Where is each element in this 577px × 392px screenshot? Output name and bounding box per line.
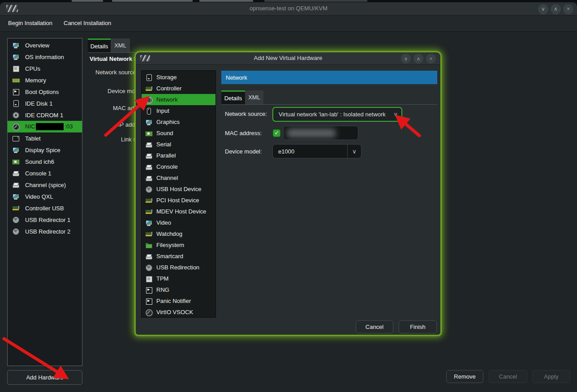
check-icon: ✓	[274, 130, 279, 136]
tab-details[interactable]: Details	[88, 38, 111, 52]
mac-address-input[interactable]	[283, 126, 358, 140]
sidebar-item-memory[interactable]: Memory	[8, 74, 82, 86]
sidebar-item-channel-spice[interactable]: Channel (spice)	[8, 179, 82, 191]
hw-type-usb-host-device[interactable]: USB Host Device	[142, 183, 215, 195]
remove-button[interactable]: Remove	[446, 370, 483, 383]
sidebar-item-cpus[interactable]: CPUs	[8, 63, 82, 74]
sliver-fragment	[264, 0, 367, 2]
sidebar-item-sound-ich6[interactable]: Sound ich6	[8, 156, 82, 167]
hw-type-virtio-vsock[interactable]: VirtIO VSOCK	[142, 307, 215, 318]
hw-type-pci-host-device[interactable]: PCI Host Device	[142, 195, 215, 206]
monitor-icon	[12, 193, 19, 200]
close-icon[interactable]: ×	[563, 4, 573, 14]
serial-device-icon	[145, 253, 152, 260]
sidebar-item-ide-disk-1[interactable]: IDE Disk 1	[8, 98, 82, 109]
hw-type-serial[interactable]: Serial	[142, 139, 215, 150]
begin-installation-button[interactable]: Begin Installation	[8, 20, 52, 26]
chevron-up-icon[interactable]: ∧	[413, 54, 423, 64]
hw-type-channel[interactable]: Channel	[142, 172, 215, 183]
sidebar-item-controller-usb[interactable]: Controller USB	[8, 202, 82, 214]
serial-device-icon	[145, 141, 152, 148]
input-device-icon	[145, 107, 152, 115]
sidebar-item-console-1[interactable]: Console 1	[8, 167, 82, 179]
serial-device-icon	[12, 170, 19, 177]
sidebar-item-tablet[interactable]: Tablet	[8, 132, 82, 144]
mac-address-checkbox[interactable]: ✓	[273, 129, 280, 137]
add-hardware-button[interactable]: Add Hardware	[7, 370, 82, 385]
sidebar-item-os-information[interactable]: OS information	[8, 51, 82, 63]
usb-icon	[12, 216, 19, 223]
main-toolbar: Begin Installation Cancel Installation	[0, 16, 577, 32]
chevron-down-icon[interactable]: ∨	[538, 4, 548, 14]
monitor-icon	[12, 42, 19, 49]
section-header-network: Network	[221, 71, 437, 84]
sliver-fragment	[199, 0, 253, 2]
dialog-tab-separator	[221, 104, 437, 105]
cancel-installation-button[interactable]: Cancel Installation	[64, 20, 111, 26]
hw-type-input[interactable]: Input	[142, 105, 215, 116]
mac-address-label: MAC address:	[225, 130, 262, 136]
pci-card-icon	[12, 205, 19, 212]
chevron-up-icon[interactable]: ∧	[551, 4, 561, 14]
sidebar-item-usb-redirector-2[interactable]: USB Redirector 2	[8, 226, 82, 237]
boot-icon	[145, 298, 152, 305]
usb-icon	[12, 228, 19, 235]
dialog-titlebar[interactable]: Add New Virtual Hardware ∨ ∧ ×	[136, 52, 440, 65]
monitor-icon	[145, 219, 152, 226]
main-titlebar[interactable]: opnsense-test on QEMU/KVM ∨ ∧ ×	[0, 2, 577, 16]
cancel-button[interactable]: Cancel	[489, 370, 527, 383]
hw-type-mdev-host-device[interactable]: MDEV Host Device	[142, 206, 215, 217]
hw-type-rng[interactable]: RNG	[142, 284, 215, 295]
close-icon[interactable]: ×	[426, 54, 436, 64]
hw-type-smartcard[interactable]: Smartcard	[142, 251, 215, 262]
dialog-tab-xml[interactable]: XML	[245, 90, 263, 104]
dialog-title: Add New Virtual Hardware	[136, 55, 440, 61]
pci-card-icon	[145, 197, 152, 204]
hw-type-parallel[interactable]: Parallel	[142, 150, 215, 161]
hw-type-network-selected[interactable]: Network	[142, 94, 215, 105]
hw-type-console[interactable]: Console	[142, 161, 215, 172]
hw-type-filesystem[interactable]: Filesystem	[142, 239, 215, 251]
network-source-label: Network source:	[225, 111, 267, 117]
hw-type-panic-notifier[interactable]: Panic Notifier	[142, 295, 215, 307]
hw-type-sound[interactable]: Sound	[142, 128, 215, 139]
hw-type-storage[interactable]: Storage	[142, 72, 215, 83]
sidebar-item-ide-cdrom-1[interactable]: IDE CDROM 1	[8, 109, 82, 121]
chip-icon	[145, 275, 152, 282]
network-source-dropdown[interactable]: Virtual network 'lan-lab' : Isolated net…	[272, 107, 402, 122]
add-hardware-dialog: Add New Virtual Hardware ∨ ∧ × Storage C…	[136, 52, 440, 335]
boot-icon	[12, 88, 19, 95]
apply-button[interactable]: Apply	[532, 370, 570, 383]
hw-type-controller[interactable]: Controller	[142, 83, 215, 94]
sidebar-item-display-spice[interactable]: Display Spice	[8, 144, 82, 156]
serial-device-icon	[145, 175, 152, 182]
hw-type-tpm[interactable]: TPM	[142, 273, 215, 284]
sidebar-item-nic-selected[interactable]: NIC:03	[8, 121, 82, 132]
sidebar-item-video-qxl[interactable]: Video QXL	[8, 191, 82, 202]
sidebar-item-boot-options[interactable]: Boot Options	[8, 86, 82, 98]
folder-icon	[145, 242, 152, 249]
boot-icon	[145, 286, 152, 294]
dialog-cancel-button[interactable]: Cancel	[356, 320, 393, 333]
device-model-dropdown[interactable]: e1000 ∨	[272, 144, 362, 158]
sidebar-item-overview[interactable]: Overview	[8, 39, 82, 51]
memory-icon	[12, 77, 19, 84]
tab-xml[interactable]: XML	[111, 38, 130, 52]
dialog-finish-button[interactable]: Finish	[399, 320, 437, 333]
tablet-icon	[12, 135, 19, 142]
hardware-type-list: Storage Controller Network Input Graphic…	[141, 70, 216, 318]
hw-type-usb-redirection[interactable]: USB Redirection	[142, 262, 215, 273]
sidebar-item-usb-redirector-1[interactable]: USB Redirector 1	[8, 214, 82, 226]
monitor-icon	[12, 146, 19, 153]
hw-type-video[interactable]: Video	[142, 217, 215, 228]
screen: opnsense-test on QEMU/KVM ∨ ∧ × Begin In…	[0, 0, 577, 392]
hw-type-watchdog[interactable]: Watchdog	[142, 228, 215, 239]
pci-card-icon	[145, 230, 152, 238]
chevron-down-icon[interactable]: ∨	[401, 54, 411, 64]
sliver-fragment	[72, 0, 103, 2]
monitor-icon	[145, 119, 152, 126]
hw-type-graphics[interactable]: Graphics	[142, 116, 215, 128]
usb-icon	[145, 186, 152, 193]
chevron-down-icon: ∨	[348, 148, 361, 155]
dialog-tab-details[interactable]: Details	[221, 90, 245, 104]
